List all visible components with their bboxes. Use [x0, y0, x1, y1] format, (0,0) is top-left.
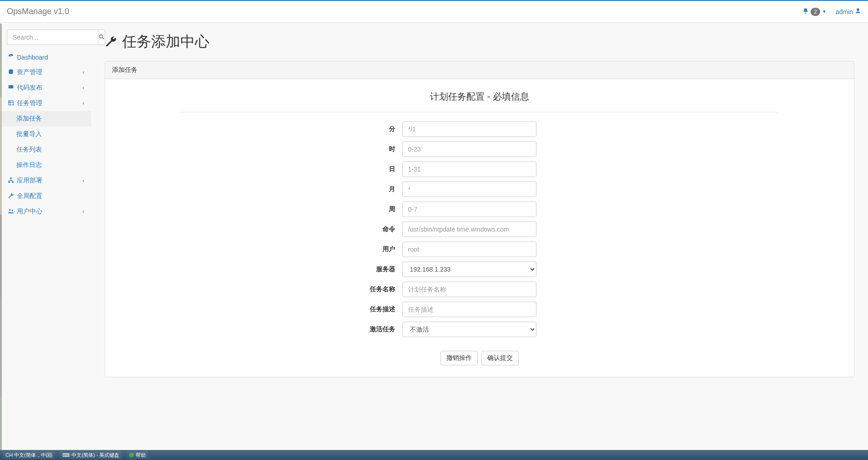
notification-badge: 2: [811, 8, 820, 16]
sidebar-item-app-deploy[interactable]: 应用部署 ‹: [0, 173, 91, 188]
label-desc: 任务描述: [261, 305, 402, 313]
caret-down-icon: ▼: [822, 9, 827, 14]
search-input[interactable]: [7, 30, 98, 45]
active-select[interactable]: 不激活: [402, 322, 536, 337]
help-label: 帮助: [136, 452, 146, 459]
hour-field[interactable]: [402, 142, 536, 157]
sidebar-item-global-config[interactable]: 全局配置: [0, 188, 91, 204]
ime-label: CH 中文(简体，中国): [5, 452, 52, 459]
sidebar-sub-log[interactable]: 操作日志: [0, 157, 91, 173]
sidebar-item-label: 代码发布: [17, 84, 42, 92]
os-taskbar: CH 中文(简体，中国) ⌨ 中文(简体) - 美式键盘 帮助: [0, 450, 868, 460]
chevron-left-icon: ‹: [82, 177, 84, 184]
label-minute: 分: [261, 125, 402, 133]
panel-heading: 添加任务: [105, 61, 854, 79]
sidebar-sub-import[interactable]: 批量导入: [0, 126, 91, 142]
sidebar: Dashboard 资产管理 ‹ 代码发布 ‹: [0, 23, 91, 395]
sidebar-item-cron[interactable]: 任务管理 ‹: [0, 96, 91, 111]
sidebar-item-label: 批量导入: [16, 130, 42, 138]
svg-point-11: [11, 209, 13, 211]
table-icon: [7, 100, 15, 107]
chevron-left-icon: ‹: [82, 69, 84, 76]
form-legend: 计划任务配置 - 必填信息: [180, 86, 779, 112]
svg-rect-7: [10, 177, 12, 179]
keyboard-icon: ⌨: [62, 452, 70, 458]
label-server: 服务器: [261, 265, 402, 273]
label-week: 周: [261, 205, 402, 213]
main-content: 任务添加中心 添加任务 计划任务配置 - 必填信息 分 时: [91, 23, 868, 395]
sidebar-item-label: Dashboard: [17, 54, 48, 61]
sidebar-item-label: 操作日志: [16, 161, 42, 169]
sidebar-item-label: 添加任务: [16, 115, 42, 123]
svg-rect-9: [12, 181, 14, 182]
help-indicator[interactable]: 帮助: [127, 451, 148, 459]
label-command: 命令: [261, 225, 402, 233]
ime-label: 中文(简体) - 美式键盘: [71, 452, 119, 459]
sidebar-sub-list[interactable]: 任务列表: [0, 142, 91, 157]
task-desc-field[interactable]: [402, 302, 536, 317]
wrench-icon: [105, 35, 117, 49]
label-name: 任务名称: [261, 285, 402, 293]
sidebar-item-label: 任务管理: [17, 99, 42, 107]
sidebar-item-user-center[interactable]: 用户中心 ‹: [0, 204, 91, 219]
minute-field[interactable]: [402, 121, 536, 137]
top-navbar: OpsManage v1.0 2 ▼ admin: [0, 0, 868, 23]
sidebar-item-label: 应用部署: [17, 177, 42, 185]
sidebar-item-label: 任务列表: [16, 146, 42, 154]
user-field[interactable]: [402, 242, 536, 257]
notifications-menu[interactable]: 2 ▼: [802, 8, 827, 16]
label-user: 用户: [261, 245, 402, 253]
sidebar-item-assets[interactable]: 资产管理 ‹: [0, 65, 91, 80]
user-label: admin: [836, 8, 853, 15]
page-title: 任务添加中心: [122, 32, 209, 52]
command-field[interactable]: [402, 222, 536, 237]
day-field[interactable]: [402, 162, 536, 177]
cron-form: 分 时 日: [261, 121, 698, 370]
chevron-left-icon: ‹: [82, 208, 84, 215]
chevron-left-icon: ‹: [82, 85, 84, 91]
label-active: 激活任务: [261, 325, 402, 334]
user-menu[interactable]: admin: [836, 8, 861, 15]
ime-indicator-2[interactable]: ⌨ 中文(简体) - 美式键盘: [60, 451, 122, 459]
sidebar-item-label: 资产管理: [17, 68, 42, 76]
sidebar-item-deploy[interactable]: 代码发布 ‹: [0, 80, 91, 96]
svg-rect-8: [8, 181, 10, 182]
users-icon: [7, 208, 15, 216]
sidebar-item-label: 全局配置: [17, 192, 42, 200]
task-name-field[interactable]: [402, 282, 536, 297]
panel-add-task: 添加任务 计划任务配置 - 必填信息 分 时: [105, 61, 854, 377]
reset-button[interactable]: 撤销操作: [440, 351, 478, 365]
wrench-icon: [7, 192, 15, 200]
sidebar-item-label: 用户中心: [17, 207, 42, 216]
server-select[interactable]: 192.168.1.233: [402, 262, 536, 277]
svg-rect-3: [9, 85, 14, 88]
sidebar-search: [7, 30, 84, 45]
chevron-left-icon: ‹: [82, 100, 84, 106]
svg-point-10: [9, 209, 11, 211]
week-field[interactable]: [402, 202, 536, 217]
sidebar-sub-add-task[interactable]: 添加任务: [0, 111, 91, 126]
database-icon: [7, 69, 15, 76]
page-header: 任务添加中心: [105, 32, 854, 52]
left-edge-strip: [0, 24, 2, 450]
dashboard-icon: [7, 53, 15, 61]
sidebar-item-dashboard[interactable]: Dashboard: [0, 50, 91, 65]
label-month: 月: [261, 185, 402, 193]
sitemap-icon: [7, 177, 15, 185]
label-hour: 时: [261, 145, 402, 153]
ime-indicator-1[interactable]: CH 中文(简体，中国): [3, 451, 55, 459]
submit-button[interactable]: 确认提交: [481, 351, 519, 365]
desktop-icon: [7, 84, 15, 92]
svg-rect-4: [9, 101, 14, 105]
user-icon: [855, 8, 861, 15]
status-dot-icon: [129, 453, 134, 457]
label-day: 日: [261, 165, 402, 173]
bell-icon: [802, 8, 809, 15]
month-field[interactable]: [402, 182, 536, 197]
brand-link[interactable]: OpsManage v1.0: [7, 7, 76, 16]
